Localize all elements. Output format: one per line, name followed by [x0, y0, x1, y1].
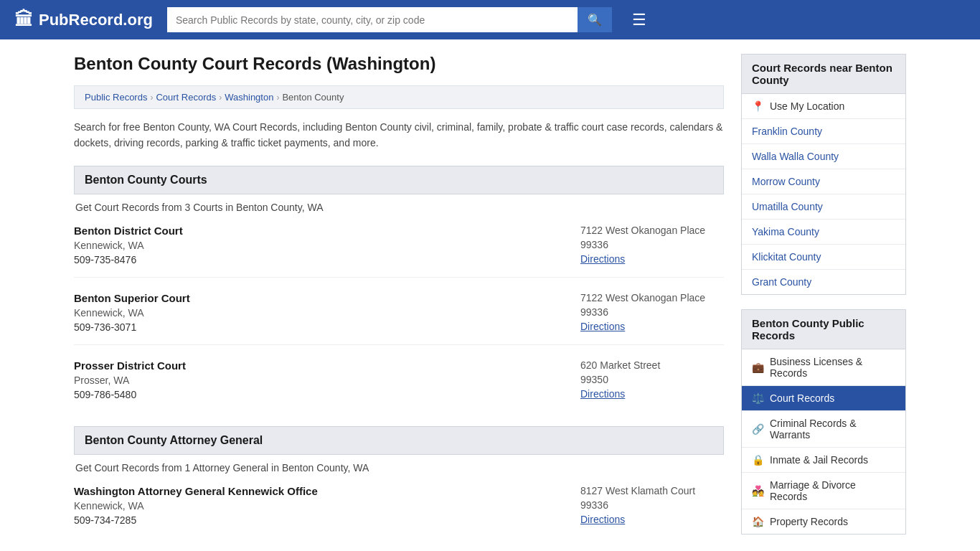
court-entry-2: Prosser District Court Prosser, WA 509-7…: [74, 359, 724, 412]
ag-right-0: 8127 West Klamath Court 99336 Directions: [580, 485, 724, 526]
sidebar-county-2[interactable]: Morrow County: [742, 169, 905, 194]
nearby-section-header: Court Records near Benton County: [741, 54, 906, 94]
search-bar: 🔍: [167, 7, 612, 32]
court-city-0: Kennewick, WA: [74, 240, 183, 251]
pub-records-label-1: Court Records: [770, 392, 834, 404]
court-phone-2: 509-786-5480: [74, 389, 186, 400]
courts-section-header: Benton County Courts: [74, 166, 724, 194]
breadcrumb-sep-1: ›: [150, 93, 153, 103]
county-label-1: Walla Walla County: [752, 151, 839, 162]
pub-records-item-0[interactable]: 💼 Business Licenses & Records: [742, 349, 905, 386]
pub-records-item-2[interactable]: 🔗 Criminal Records & Warrants: [742, 411, 905, 448]
breadcrumb-washington[interactable]: Washington: [225, 92, 273, 103]
ag-city-0: Kennewick, WA: [74, 500, 318, 512]
court-phone-0: 509-735-8476: [74, 254, 183, 265]
use-location-item[interactable]: 📍 Use My Location: [742, 94, 905, 119]
breadcrumb: Public Records › Court Records › Washing…: [74, 85, 724, 109]
ag-name-0: Washington Attorney General Kennewick Of…: [74, 485, 318, 497]
court-right-0: 7122 West Okanogan Place 99336 Direction…: [580, 225, 724, 265]
main-container: Benton County Court Records (Washington)…: [60, 39, 920, 551]
pub-records-label-2: Criminal Records & Warrants: [770, 418, 895, 441]
sidebar-county-6[interactable]: Grant County: [742, 270, 905, 294]
sidebar: Court Records near Benton County 📍 Use M…: [741, 54, 906, 551]
sidebar-county-3[interactable]: Umatilla County: [742, 194, 905, 220]
breadcrumb-benton-county: Benton County: [282, 92, 344, 103]
nearby-list: 📍 Use My Location Franklin County Walla …: [741, 94, 906, 295]
court-address-2: 620 Market Street: [580, 359, 724, 371]
sidebar-county-0[interactable]: Franklin County: [742, 119, 905, 144]
pub-records-item-3[interactable]: 🔒 Inmate & Jail Records: [742, 448, 905, 473]
court-left-1: Benton Superior Court Kennewick, WA 509-…: [74, 292, 190, 333]
court-directions-1[interactable]: Directions: [580, 321, 625, 332]
criminal-icon: 🔗: [752, 423, 764, 435]
search-input[interactable]: [167, 7, 578, 32]
court-directions-0[interactable]: Directions: [580, 253, 625, 265]
page-description: Search for free Benton County, WA Court …: [74, 119, 724, 151]
pub-records-label-3: Inmate & Jail Records: [770, 454, 868, 466]
county-label-0: Franklin County: [752, 126, 822, 137]
pub-records-list: 💼 Business Licenses & Records ⚖️ Court R…: [741, 349, 906, 534]
ag-phone-0: 509-734-7285: [74, 514, 318, 526]
breadcrumb-sep-2: ›: [219, 93, 222, 103]
court-entry-1: Benton Superior Court Kennewick, WA 509-…: [74, 292, 724, 345]
court-address-1: 7122 West Okanogan Place: [580, 292, 724, 303]
county-label-3: Umatilla County: [752, 201, 823, 212]
court-zip-0: 99336: [580, 239, 724, 250]
ag-section-header: Benton County Attorney General: [74, 426, 724, 455]
court-right-2: 620 Market Street 99350 Directions: [580, 359, 724, 400]
business-icon: 💼: [752, 362, 764, 373]
jail-icon: 🔒: [752, 454, 764, 466]
ag-address-0: 8127 West Klamath Court: [580, 485, 724, 496]
building-icon: 🏛: [14, 9, 33, 31]
court-left-0: Benton District Court Kennewick, WA 509-…: [74, 225, 183, 265]
pub-records-section-header: Benton County Public Records: [741, 309, 906, 349]
sidebar-county-5[interactable]: Klickitat County: [742, 245, 905, 270]
court-zip-1: 99336: [580, 306, 724, 318]
logo-text: PubRecord.org: [39, 11, 153, 29]
court-name-1: Benton Superior Court: [74, 292, 190, 304]
pub-records-label-0: Business Licenses & Records: [770, 356, 895, 379]
pub-records-label-4: Marriage & Divorce Records: [770, 479, 895, 502]
courts-section: Benton County Courts Get Court Records f…: [74, 166, 724, 412]
breadcrumb-public-records[interactable]: Public Records: [85, 92, 147, 103]
ag-left-0: Washington Attorney General Kennewick Of…: [74, 485, 318, 526]
court-name-2: Prosser District Court: [74, 359, 186, 372]
use-location-label: Use My Location: [770, 100, 844, 112]
county-label-4: Yakima County: [752, 226, 819, 237]
court-entry-0: Benton District Court Kennewick, WA 509-…: [74, 225, 724, 278]
location-icon: 📍: [752, 100, 764, 112]
property-icon: 🏠: [752, 516, 764, 527]
county-label-5: Klickitat County: [752, 251, 821, 263]
court-directions-2[interactable]: Directions: [580, 388, 625, 400]
pub-records-label-5: Property Records: [770, 516, 848, 527]
page-title: Benton County Court Records (Washington): [74, 54, 724, 74]
ag-directions-0[interactable]: Directions: [580, 514, 625, 525]
court-phone-1: 509-736-3071: [74, 321, 190, 333]
sidebar-county-1[interactable]: Walla Walla County: [742, 144, 905, 169]
pub-records-item-5[interactable]: 🏠 Property Records: [742, 509, 905, 534]
sidebar-county-4[interactable]: Yakima County: [742, 220, 905, 245]
menu-button[interactable]: ☰: [626, 8, 652, 32]
ag-section-sub: Get Court Records from 1 Attorney Genera…: [74, 462, 724, 474]
search-button[interactable]: 🔍: [578, 7, 612, 32]
logo-link[interactable]: 🏛 PubRecord.org: [14, 9, 153, 31]
ag-entry-0: Washington Attorney General Kennewick Of…: [74, 485, 724, 537]
court-address-0: 7122 West Okanogan Place: [580, 225, 724, 236]
court-city-1: Kennewick, WA: [74, 307, 190, 319]
breadcrumb-court-records[interactable]: Court Records: [156, 92, 216, 103]
court-name-0: Benton District Court: [74, 225, 183, 237]
county-label-2: Morrow County: [752, 176, 820, 187]
pub-records-item-4[interactable]: 💑 Marriage & Divorce Records: [742, 473, 905, 509]
court-zip-2: 99350: [580, 374, 724, 385]
pub-records-item-1[interactable]: ⚖️ Court Records: [742, 386, 905, 411]
main-content: Benton County Court Records (Washington)…: [74, 54, 724, 551]
ag-section: Benton County Attorney General Get Court…: [74, 426, 724, 537]
court-icon: ⚖️: [752, 392, 764, 404]
breadcrumb-sep-3: ›: [276, 93, 279, 103]
ag-zip-0: 99336: [580, 499, 724, 511]
court-city-2: Prosser, WA: [74, 375, 186, 386]
courts-section-sub: Get Court Records from 3 Courts in Bento…: [74, 202, 724, 213]
court-right-1: 7122 West Okanogan Place 99336 Direction…: [580, 292, 724, 333]
court-left-2: Prosser District Court Prosser, WA 509-7…: [74, 359, 186, 400]
marriage-icon: 💑: [752, 485, 764, 496]
